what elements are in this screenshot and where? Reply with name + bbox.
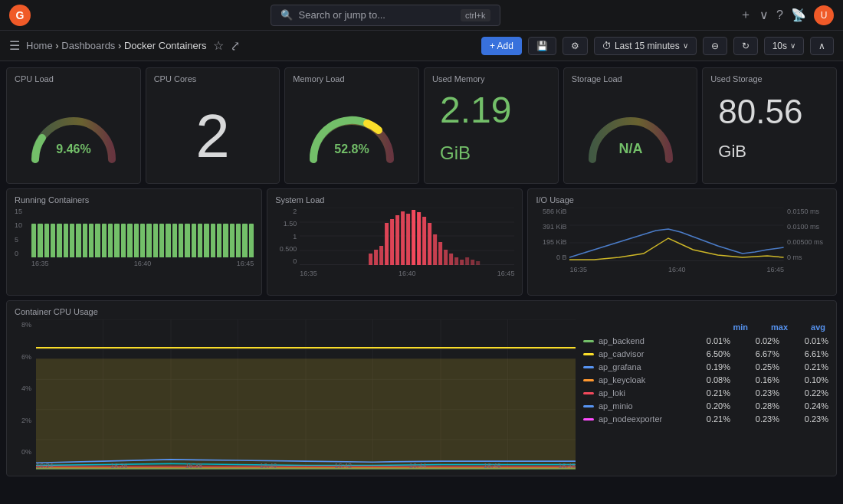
- cpu-cores-value: 2: [195, 106, 230, 167]
- rc-yaxis: 15 10 5 0: [15, 208, 31, 257]
- breadcrumb-current: Docker Containers: [124, 40, 207, 51]
- io-chart-wrapper: 16:35 16:40 16:45: [569, 208, 784, 277]
- cpu-x-1640: 16:40: [260, 462, 277, 470]
- stats-row: CPU Load 9.46%: [6, 67, 837, 184]
- sl-y-150: 1.50: [275, 220, 297, 227]
- rc-chart-wrapper: 16:35 16:40 16:45: [31, 208, 254, 267]
- memory-load-value: 52.8%: [334, 142, 369, 155]
- legend-min-0: 0.01%: [697, 336, 730, 345]
- used-storage-unit: GiB: [718, 142, 746, 161]
- share-icon[interactable]: ⤤: [230, 38, 240, 53]
- legend-avg-3: 0.10%: [795, 375, 828, 385]
- legend-name-5: ap_minio: [599, 401, 692, 411]
- star-icon[interactable]: ☆: [213, 38, 224, 53]
- legend-avg-5: 0.24%: [795, 401, 828, 411]
- sl-xaxis: 16:35 16:40 16:45: [300, 270, 514, 277]
- rc-bars: [31, 208, 254, 257]
- legend-item-3: ap_keycloak 0.08% 0.16% 0.10%: [583, 375, 828, 385]
- bar-1: [31, 224, 36, 257]
- time-range-button[interactable]: ⏱ Last 15 minutes ∨: [594, 37, 697, 55]
- grafana-logo[interactable]: G: [9, 5, 31, 26]
- cpu-cores-container: 2: [154, 87, 272, 171]
- sl-yaxis: 2 1.50 1 0.500 0: [275, 208, 300, 265]
- cpu-x-1642: 16:42: [334, 462, 352, 470]
- bar-2: [38, 224, 42, 257]
- io-yr-0150: 0.0150 ms: [787, 208, 828, 215]
- legend-avg-0: 0.01%: [795, 336, 828, 345]
- io-x-1635: 16:35: [569, 266, 587, 273]
- io-y-195: 195 KiB: [536, 238, 566, 246]
- legend-max-6: 0.23%: [746, 414, 779, 424]
- rc-x-1645: 16:45: [237, 260, 254, 267]
- add-button[interactable]: + Add: [481, 37, 522, 55]
- zoom-out-button[interactable]: ⊖: [703, 37, 727, 55]
- save-button[interactable]: 💾: [528, 37, 556, 55]
- cpu-y-6: 6%: [15, 353, 31, 361]
- bar-16: [127, 224, 132, 257]
- rss-icon[interactable]: 📡: [791, 8, 806, 22]
- rc-y-5: 5: [15, 236, 28, 244]
- legend-item-2: ap_grafana 0.19% 0.25% 0.21%: [583, 362, 828, 371]
- legend-name-1: ap_cadvisor: [599, 349, 692, 358]
- memory-load-gauge-svg: 52.8%: [298, 90, 405, 167]
- help-icon[interactable]: ?: [776, 8, 783, 22]
- search-bar[interactable]: 🔍 Search or jump to... ctrl+k: [271, 5, 500, 26]
- legend-max-3: 0.16%: [746, 375, 779, 385]
- svg-rect-5: [369, 254, 372, 265]
- menu-icon[interactable]: ☰: [9, 38, 20, 53]
- svg-rect-20: [449, 254, 453, 265]
- legend-color-6: [583, 418, 594, 421]
- time-chevron: ∨: [683, 41, 688, 50]
- storage-load-panel: Storage Load N/A: [563, 67, 698, 184]
- navbar-right: + Add 💾 ⚙ ⏱ Last 15 minutes ∨ ⊖ ↻ 10s ∨ …: [481, 37, 834, 55]
- settings-button[interactable]: ⚙: [563, 37, 588, 55]
- running-containers-panel: Running Containers 15 10 5 0: [6, 188, 262, 296]
- rc-x-1640: 16:40: [134, 260, 152, 267]
- cpu-load-gauge: 9.46%: [15, 87, 133, 171]
- io-usage-panel: I/O Usage 586 KiB 391 KiB 195 KiB 0 B: [527, 188, 837, 296]
- bar-30: [217, 224, 221, 257]
- legend-min-1: 6.50%: [697, 349, 730, 358]
- io-y-586: 586 KiB: [536, 208, 566, 215]
- user-avatar[interactable]: U: [814, 5, 834, 25]
- sl-y-1: 1: [275, 233, 297, 241]
- charts-row: Running Containers 15 10 5 0: [6, 188, 837, 296]
- svg-rect-9: [390, 219, 394, 265]
- svg-rect-19: [444, 250, 448, 265]
- bar-19: [146, 224, 151, 257]
- bar-15: [121, 224, 126, 257]
- used-memory-title: Used Memory: [432, 74, 550, 83]
- refresh-button[interactable]: ↻: [733, 37, 758, 55]
- used-storage-value: 80.56: [718, 93, 802, 130]
- breadcrumb-home[interactable]: Home: [26, 40, 53, 51]
- used-storage-container: 80.56 GiB: [718, 95, 828, 162]
- used-storage-panel: Used Storage 80.56 GiB: [702, 67, 837, 184]
- cpu-y-0: 0%: [15, 448, 31, 456]
- legend-avg-6: 0.23%: [795, 414, 828, 424]
- storage-load-value: N/A: [618, 141, 642, 156]
- plus-icon[interactable]: ＋: [740, 7, 752, 23]
- legend-max-1: 6.67%: [746, 349, 779, 358]
- legend-values-4: 0.21% 0.23% 0.22%: [697, 388, 828, 398]
- legend-values-6: 0.21% 0.23% 0.23%: [697, 414, 828, 424]
- bar-22: [166, 224, 170, 257]
- legend-color-4: [583, 392, 594, 394]
- used-memory-panel: Used Memory 2.19 GiB: [424, 67, 559, 184]
- legend-color-0: [583, 340, 594, 342]
- legend-min-5: 0.20%: [697, 401, 730, 411]
- collapse-button[interactable]: ∧: [810, 37, 834, 55]
- chevron-icon[interactable]: ∨: [759, 8, 769, 22]
- bar-14: [114, 224, 119, 257]
- legend-values-2: 0.19% 0.25% 0.21%: [697, 362, 828, 371]
- legend-min-4: 0.21%: [697, 388, 730, 398]
- container-cpu-title: Container CPU Usage: [15, 307, 828, 316]
- legend-item-0: ap_backend 0.01% 0.02% 0.01%: [583, 336, 828, 345]
- refresh-rate-button[interactable]: 10s ∨: [764, 37, 804, 55]
- storage-load-title: Storage Load: [572, 74, 690, 83]
- legend-min-3: 0.08%: [697, 375, 730, 385]
- legend-min-6: 0.21%: [697, 414, 730, 424]
- cpu-xaxis: 16:34 16:36 16:38 16:40 16:42 16:44 16:4…: [36, 462, 576, 470]
- io-y-391: 391 KiB: [536, 223, 566, 231]
- breadcrumb-dashboards[interactable]: Dashboards: [61, 40, 115, 51]
- svg-rect-24: [471, 260, 474, 265]
